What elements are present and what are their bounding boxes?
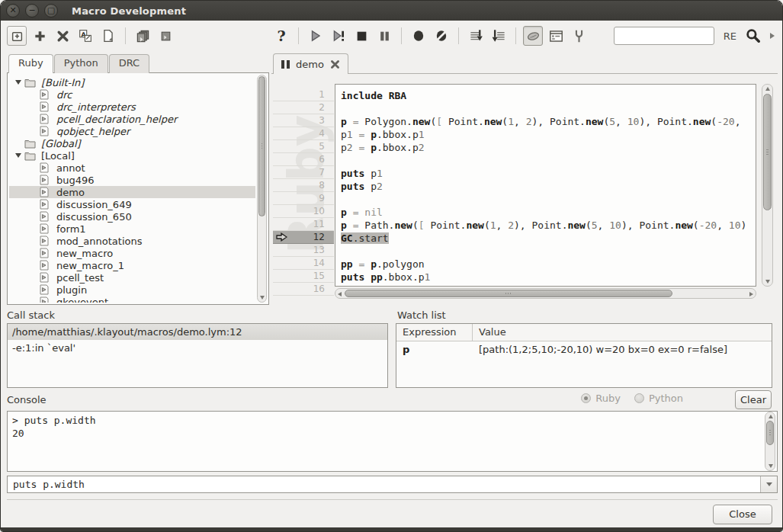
save-all-icon bbox=[136, 29, 150, 43]
macro-tree-panel: [Built-In]drcdrc_interpreterspcell_decla… bbox=[7, 72, 269, 305]
chevron-down-icon bbox=[766, 482, 772, 486]
tab-drc[interactable]: DRC bbox=[109, 54, 149, 73]
rename-macro-button[interactable]: A bbox=[75, 26, 95, 46]
gutter-line-6[interactable]: 6 bbox=[273, 153, 334, 166]
macro-file-icon bbox=[40, 114, 49, 124]
tree-item-drc_interpreters[interactable]: drc_interpreters bbox=[9, 101, 255, 113]
plus-icon bbox=[34, 30, 47, 43]
radio-ruby[interactable]: Ruby bbox=[581, 393, 621, 404]
gutter-line-12[interactable]: 12 bbox=[273, 231, 334, 244]
stop-icon bbox=[355, 30, 368, 43]
editor-vertical-scrollbar[interactable] bbox=[762, 84, 773, 287]
gutter-line-1[interactable]: 1 bbox=[273, 88, 334, 101]
console-input[interactable] bbox=[8, 476, 760, 492]
pause-button[interactable] bbox=[374, 26, 394, 46]
step-over-button[interactable] bbox=[489, 26, 509, 46]
tree-item-qkeyevent[interactable]: qkeyevent bbox=[9, 296, 255, 303]
radio-circle-icon bbox=[634, 393, 644, 403]
gutter-line-8[interactable]: 8 bbox=[273, 179, 334, 192]
console-history-dropdown[interactable] bbox=[760, 476, 777, 492]
call-stack-frame[interactable]: /home/matthias/.klayout/macros/demo.lym:… bbox=[8, 324, 387, 340]
tree-item-global[interactable]: [Global] bbox=[9, 137, 255, 149]
tree-item-new_macro[interactable]: new_macro bbox=[9, 247, 255, 259]
gutter-line-9[interactable]: 9 bbox=[273, 192, 334, 205]
code-line-16 bbox=[341, 284, 756, 287]
gutter-line-7[interactable]: 7 bbox=[273, 166, 334, 179]
code-area[interactable]: include RBAp = Polygon.new([ Point.new(1… bbox=[335, 84, 756, 287]
gutter-line-5[interactable]: 5 bbox=[273, 140, 334, 153]
tree-item-mod_annotations[interactable]: mod_annotations bbox=[9, 235, 255, 247]
gutter-line-15[interactable]: 15 bbox=[273, 270, 334, 283]
tree-item-label: drc bbox=[56, 89, 72, 101]
new-macro-button[interactable] bbox=[30, 26, 50, 46]
radio-python[interactable]: Python bbox=[634, 393, 683, 404]
tree-item-demo[interactable]: demo bbox=[9, 186, 255, 198]
tree-item-pcell_declaration_helper[interactable]: pcell_declaration_helper bbox=[9, 113, 255, 125]
clear-breakpoints-button[interactable] bbox=[432, 26, 451, 46]
tree-item-label: new_macro bbox=[56, 248, 113, 259]
properties-button[interactable] bbox=[546, 26, 566, 46]
window-close-button[interactable]: ✕ bbox=[6, 4, 20, 18]
tab-python[interactable]: Python bbox=[54, 54, 108, 73]
setup-button[interactable] bbox=[569, 26, 589, 46]
run-from-current-button[interactable] bbox=[329, 26, 348, 46]
gutter-line-10[interactable]: 10 bbox=[273, 205, 334, 218]
stop-button[interactable] bbox=[351, 26, 371, 46]
window-maximize-button[interactable]: ▢ bbox=[44, 4, 58, 18]
tree-item-annot[interactable]: annot bbox=[9, 162, 255, 174]
add-location-button[interactable] bbox=[7, 26, 27, 46]
gutter-line-16[interactable]: 16 bbox=[273, 283, 334, 296]
breakpoint-button[interactable] bbox=[409, 26, 428, 46]
save-all-button[interactable] bbox=[133, 26, 152, 46]
tree-item-discussion_649[interactable]: discussion_649 bbox=[9, 198, 255, 210]
delete-macro-button[interactable] bbox=[53, 26, 72, 46]
tree-item-drc[interactable]: drc bbox=[9, 88, 255, 101]
editor-horizontal-scrollbar[interactable] bbox=[335, 288, 756, 299]
box-plus-icon bbox=[11, 30, 24, 43]
code-line-6 bbox=[341, 154, 756, 167]
tree-item-plugin[interactable]: plugin bbox=[9, 284, 255, 296]
search-input[interactable] bbox=[614, 27, 714, 45]
tree-expander-icon[interactable] bbox=[12, 153, 24, 158]
tree-item-label: discussion_650 bbox=[56, 211, 132, 223]
gutter-line-2[interactable]: 2 bbox=[273, 101, 334, 114]
tab-ruby[interactable]: Ruby bbox=[8, 54, 53, 73]
call-stack-frame[interactable]: -e:1:in `eval' bbox=[8, 340, 387, 356]
tab-paused-icon bbox=[281, 60, 290, 69]
console-output-line: 20 bbox=[12, 427, 772, 440]
tree-expander-icon[interactable] bbox=[12, 80, 24, 85]
tree-item-local[interactable]: [Local] bbox=[9, 149, 255, 162]
import-macro-button[interactable] bbox=[98, 26, 118, 46]
clear-console-button[interactable]: Clear bbox=[735, 390, 772, 409]
gutter-line-13[interactable]: 13 bbox=[273, 244, 334, 257]
tree-item-new_macro_1[interactable]: new_macro_1 bbox=[9, 259, 255, 271]
help-button[interactable]: ? bbox=[271, 26, 291, 46]
watch-row[interactable]: p[path:(1,2;5,10;-20,10) w=20 bx=0 ex=0 … bbox=[396, 341, 772, 358]
tree-scrollbar[interactable] bbox=[257, 75, 267, 303]
search-expand-icon[interactable] bbox=[770, 33, 775, 39]
step-into-button[interactable] bbox=[466, 26, 486, 46]
console-output[interactable]: > puts p.width20 bbox=[7, 411, 778, 472]
tree-item-built-in[interactable]: [Built-In] bbox=[9, 76, 255, 88]
setup-fork-icon bbox=[572, 29, 586, 43]
tree-item-pcell_test[interactable]: pcell_test bbox=[9, 271, 255, 284]
debugger-toggle-button[interactable] bbox=[523, 26, 543, 46]
code-editor: Ruby 12345678910111213141516 include RBA… bbox=[271, 74, 778, 300]
gutter-line-3[interactable]: 3 bbox=[273, 114, 334, 127]
tree-item-discussion_650[interactable]: discussion_650 bbox=[9, 210, 255, 223]
save-button[interactable] bbox=[156, 26, 175, 46]
gutter-line-11[interactable]: 11 bbox=[273, 218, 334, 231]
editor-gutter[interactable]: Ruby 12345678910111213141516 bbox=[273, 88, 334, 298]
editor-tab-demo[interactable]: demo bbox=[273, 53, 348, 74]
console-scrollbar[interactable] bbox=[765, 412, 775, 471]
tree-item-form1[interactable]: form1 bbox=[9, 223, 255, 235]
gutter-line-4[interactable]: 4 bbox=[273, 127, 334, 140]
gutter-line-14[interactable]: 14 bbox=[273, 257, 334, 270]
tree-item-bug496[interactable]: bug496 bbox=[9, 174, 255, 186]
search-icon[interactable] bbox=[746, 28, 761, 43]
tab-close-icon[interactable] bbox=[330, 59, 340, 69]
window-minimize-button[interactable]: ─ bbox=[25, 4, 39, 18]
tree-item-qobject_helper[interactable]: qobject_helper bbox=[9, 125, 255, 137]
run-button[interactable] bbox=[306, 26, 326, 46]
close-button[interactable]: Close bbox=[713, 505, 772, 524]
